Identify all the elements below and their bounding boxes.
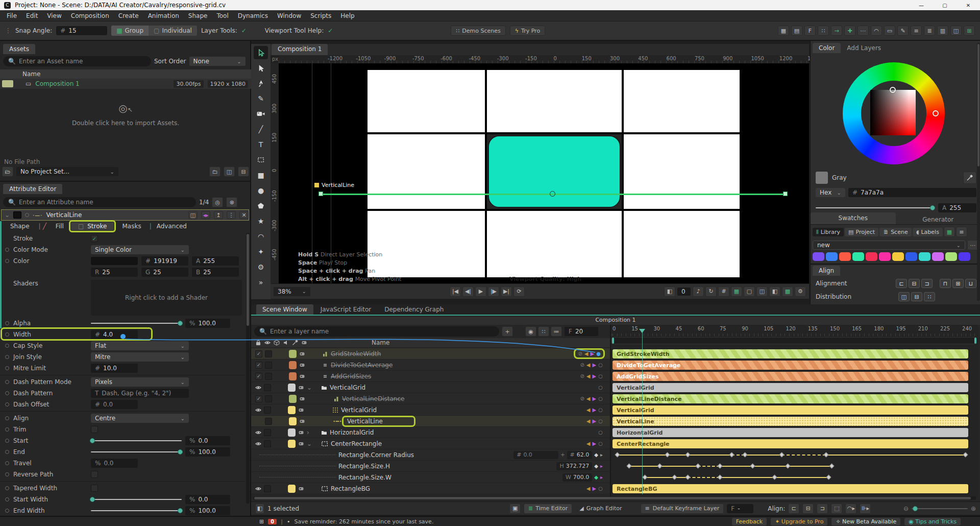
loop-mode-icon[interactable]: ↻ (705, 286, 717, 297)
expand-arrow[interactable]: › (307, 429, 313, 436)
editor-mode-icon[interactable]: ▣ (509, 504, 521, 514)
layer-enabled-checkbox[interactable]: ✓ (255, 362, 262, 369)
next-keyframe-icon[interactable]: ▶ (593, 373, 597, 379)
layer-name[interactable]: RectangleBG (331, 485, 370, 492)
align-dropdown[interactable]: Centre⌄ (91, 414, 189, 423)
snap-angle-field[interactable]: #15 (56, 26, 107, 35)
keyframe-nav-icon[interactable]: ◂▸ (201, 211, 210, 219)
menu-composition[interactable]: Composition (66, 12, 114, 19)
color-alpha-field[interactable]: A255 (938, 203, 976, 212)
keyframe-toggle[interactable]: ○ (598, 418, 603, 424)
layer-search-input[interactable]: 🔍 Enter a layer name (254, 326, 499, 337)
color-g-field[interactable]: G25 (141, 268, 188, 277)
upgrade-button[interactable]: ✦ Upgrade to Pro (771, 518, 827, 525)
end-width-field[interactable]: %100.0 (185, 506, 230, 515)
library-tab[interactable]: ⫴Library (813, 228, 844, 236)
kf-box-icon[interactable]: ⬚ (831, 504, 842, 514)
menu-edit[interactable]: Edit (21, 12, 42, 19)
layer-box[interactable] (264, 485, 271, 492)
keyframe-f-field[interactable]: F- (727, 504, 753, 513)
keyframe[interactable] (672, 475, 677, 480)
viewport-settings-icon[interactable]: ⚙ (795, 286, 806, 297)
mitre-limit-field[interactable]: #10.0 (91, 364, 138, 373)
selection-dots-icon[interactable]: ∷ (818, 26, 829, 36)
prev-keyframe-icon[interactable]: ◀ (586, 418, 591, 424)
color-a-field[interactable]: A255 (192, 256, 239, 266)
track-bar-verticalline[interactable]: VerticalLine (612, 417, 968, 426)
value-field[interactable]: #0.0 (513, 451, 558, 459)
trash-icon[interactable]: ⊟ (238, 166, 249, 177)
layer-enabled-checkbox[interactable]: ✓ (255, 395, 262, 402)
keyframe-toggle[interactable]: ○ (598, 385, 603, 390)
zoom-dropdown[interactable]: 38%⌄ (274, 287, 310, 296)
labels-tab[interactable]: ◖Labels (913, 228, 943, 236)
center-rectangle-shape[interactable] (488, 135, 621, 208)
swatch-4[interactable] (866, 252, 877, 261)
project-set-icon[interactable]: 🗁 (2, 166, 13, 177)
timeline-range-bar[interactable] (611, 337, 977, 344)
expand-arrow[interactable]: ⌄ (307, 384, 313, 391)
alpha-slider[interactable] (91, 323, 182, 324)
playback-loop-button[interactable]: ⟳ (513, 286, 525, 297)
composition-area[interactable] (368, 70, 740, 277)
swatch-8[interactable] (919, 252, 930, 261)
transform-tool[interactable] (254, 153, 268, 166)
mask-view-icon[interactable]: ◧ (769, 286, 780, 297)
color-r-field[interactable]: R25 (91, 268, 138, 277)
keyframe[interactable] (823, 452, 828, 458)
viewport-comp-tab[interactable]: Composition 1 (272, 44, 328, 55)
trim-checkbox[interactable] (91, 426, 98, 433)
keyframe[interactable] (643, 475, 648, 480)
align-rows-icon[interactable]: ≡ (911, 26, 922, 36)
keyframe[interactable] (826, 475, 831, 480)
align-top-icon[interactable]: ⊓ (940, 279, 951, 288)
ellipse-tool[interactable]: ● (254, 184, 268, 197)
utility-tool[interactable]: ⚙ (254, 260, 268, 274)
viewport-help-check[interactable]: ✓ (328, 27, 333, 34)
keyframe-next-icon[interactable]: ▸ (600, 474, 603, 480)
effects-icon[interactable]: F (804, 26, 816, 36)
draw-icon[interactable]: ✎ (897, 26, 909, 36)
project-folder-icon[interactable]: 🗀 (209, 166, 220, 177)
export-arrow-icon[interactable]: → (831, 26, 842, 36)
start-slider[interactable] (91, 440, 182, 441)
keyframe-toggle[interactable]: ○ (598, 362, 603, 368)
layer-box[interactable] (265, 395, 272, 402)
swatch-10[interactable] (945, 252, 957, 261)
color-panel-scrollbar[interactable] (977, 43, 980, 301)
color-tab[interactable]: Color (813, 43, 841, 53)
clip-back-icon[interactable]: ◧ (664, 286, 675, 297)
alpha-socket[interactable] (5, 321, 9, 325)
layer-filter-icon[interactable]: ≔ (551, 326, 562, 337)
track-bar-dividetogetaverage[interactable]: DivideToGetAverage (612, 361, 968, 370)
pivot-point[interactable] (550, 191, 555, 197)
keyframe[interactable] (696, 464, 701, 469)
track-bar-horizontalgrid[interactable]: HorizontalGrid (612, 428, 968, 437)
layer-row-rectangle-corner-radius[interactable]: Rectangle.Corner Radius#0.0+#62.0◆▸ (251, 449, 610, 461)
travel-socket[interactable] (5, 461, 9, 465)
layers-view-icon[interactable]: ◫ (756, 286, 768, 297)
track-bar-verticalgrid[interactable]: VerticalGrid (612, 383, 968, 392)
zoom-out-icon[interactable]: ⊖ (903, 505, 909, 512)
timeline-ruler[interactable]: 0153045607590105120135150165180195210225… (611, 325, 978, 336)
value-field[interactable]: H372.727 (556, 462, 592, 470)
group-mode-button[interactable]: ▦ Group (111, 26, 149, 36)
prev-keyframe-icon[interactable]: ◀ (586, 407, 591, 413)
scene-tab-scene-window[interactable]: Scene Window (256, 304, 313, 315)
palette-dropdown[interactable]: new⌄ (813, 241, 965, 250)
connected-dot[interactable]: ● (596, 351, 601, 356)
beta-button[interactable]: ✧ New Beta Available (831, 518, 900, 525)
menu-file[interactable]: File (2, 12, 21, 19)
polygon-tool[interactable] (254, 199, 268, 212)
prev-keyframe-icon[interactable]: ◀ (586, 486, 591, 491)
mitre-socket[interactable] (5, 366, 9, 370)
list-view-icon[interactable]: ≡ (956, 227, 967, 237)
visibility-eye-icon[interactable] (255, 441, 261, 447)
try-pro-button[interactable]: ϟ Try Pro (510, 26, 545, 36)
tab-stroke[interactable]: □Stroke (71, 222, 114, 230)
layer-color-chip[interactable] (289, 350, 297, 358)
time-editor-button[interactable]: ≣ Time Editor (524, 504, 572, 514)
disable-icon[interactable]: ⊘ (578, 351, 582, 356)
layer-row-verticalgrid[interactable]: VerticalGrid◀▶○ (251, 404, 610, 416)
link-icon[interactable]: ⋯ (857, 26, 869, 36)
